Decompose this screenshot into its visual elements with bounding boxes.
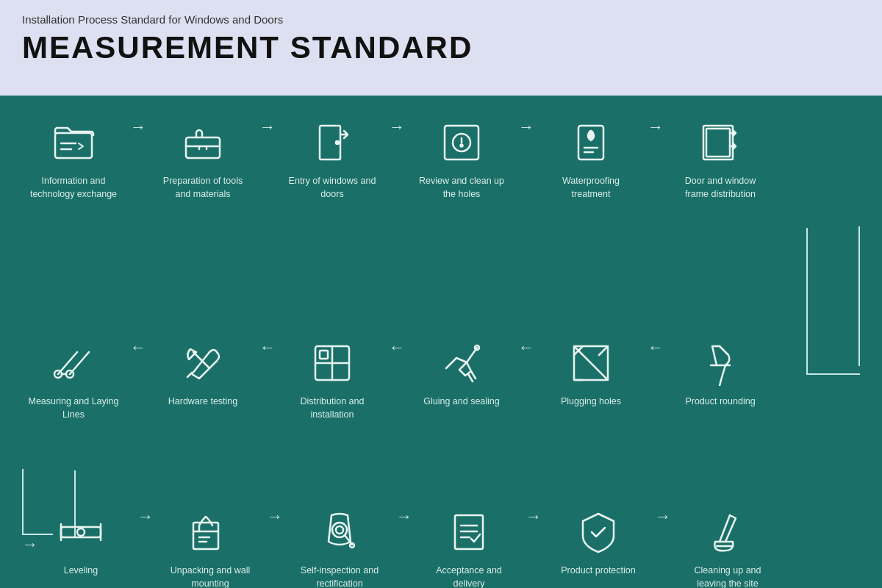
row1-to-row2-connector [858,226,860,366]
step-label-rounding: Product rounding [685,395,755,409]
step-label-unpacking: Unpacking and wall mounting [162,564,258,588]
step-prep-tools: Preparation of tools and materials [151,118,254,201]
step-label-self-inspect: Self-inspection and rectification [292,564,387,588]
step-label-review-holes: Review and clean up the holes [414,175,509,201]
header: Installation Process Standard for Window… [0,0,882,96]
step-unpacking: Unpacking and wall mounting [159,507,262,588]
header-title: MEASUREMENT STANDARD [22,30,860,65]
step-cleanup: Cleaning up and leaving the site [676,507,779,588]
step-waterproofing: Waterproofing treatment [539,118,642,201]
glue-gun-icon [437,338,487,388]
main-content: Information and technology exchange → Pr… [0,96,882,588]
svg-rect-10 [706,129,730,157]
svg-rect-1 [186,137,220,158]
shield-check-icon [573,507,623,557]
step-label-acceptance: Acceptance and delivery [421,564,517,588]
broom-cleanup-icon [703,507,753,557]
step-label-leveling: Leveling [64,564,98,578]
thumbtack-icon [695,338,745,388]
unpack-mount-icon [185,507,235,557]
wrench-screwdriver-icon [178,338,228,388]
row3: Leveling → Unpacking and wall mounting → [22,507,860,588]
header-subtitle: Installation Process Standard for Window… [22,13,860,26]
step-distribution: Distribution and installation [281,338,384,421]
step-frame-dist: Door and window frame distribution [669,118,772,201]
step-review-holes: Review and clean up the holes [410,118,513,201]
step-label-gluing: Gluing and sealing [423,395,500,409]
step-acceptance: Acceptance and delivery [417,507,520,588]
svg-rect-34 [193,523,218,549]
svg-line-24 [468,374,473,381]
step-gluing: Gluing and sealing [410,338,513,409]
folder-icon [49,118,98,168]
step-measuring: Measuring and Laying Lines [22,338,125,421]
row1: Information and technology exchange → Pr… [22,118,860,201]
arrow-r5: ← [642,338,669,357]
step-label-entry-windows: Entry of windows and doors [284,175,380,201]
svg-point-31 [77,528,85,536]
svg-line-45 [720,515,730,542]
arrow-3-5: → [650,507,676,526]
svg-line-23 [471,371,476,379]
arrow-3-3: → [391,507,417,526]
svg-point-3 [336,141,339,144]
step-label-protection: Product protection [561,564,635,578]
step-label-hardware: Hardware testing [168,395,238,409]
arrow-3-2: → [262,507,288,526]
step-entry-windows: Entry of windows and doors [281,118,384,201]
svg-line-16 [187,373,192,377]
step-info-tech: Information and technology exchange [22,118,125,201]
step-self-inspect: Self-inspection and rectification [288,507,391,588]
level-icon [56,507,106,557]
waterproof-icon [566,118,616,168]
arrow-4: → [513,118,539,137]
svg-rect-21 [320,351,328,359]
door-entry-icon [307,118,357,168]
step-protection: Product protection [547,507,650,578]
grid-install-icon [307,338,357,388]
svg-point-38 [336,526,343,534]
plug-holes-icon [566,338,616,388]
step-label-info-tech: Information and technology exchange [26,175,121,201]
svg-line-29 [720,380,721,386]
arrow-3-4: → [520,507,547,526]
step-rounding: Product rounding [669,338,772,409]
step-label-distribution: Distribution and installation [284,395,380,421]
arrow-3-1: → [132,507,159,526]
arrow-r1: ← [125,338,151,357]
arrow-1: → [125,118,151,137]
step-label-cleanup: Cleaning up and leaving the site [680,564,775,588]
toolbox-icon [178,118,228,168]
step-plugging: Plugging holes [539,338,642,409]
step-label-waterproofing: Waterproofing treatment [543,175,639,201]
step-label-frame-dist: Door and window frame distribution [673,175,768,201]
arrow-3: → [384,118,410,137]
arrow-r4: ← [513,338,539,357]
row2-to-row3-top [22,469,24,535]
step-label-prep-tools: Preparation of tools and materials [155,175,251,201]
step-label-measuring: Measuring and Laying Lines [26,395,121,421]
step-hardware: Hardware testing [151,338,254,409]
arrow-2: → [254,118,281,137]
self-inspect-icon [315,507,365,557]
svg-point-7 [461,145,463,147]
search-inspect-icon [437,118,487,168]
svg-rect-9 [703,126,733,159]
svg-rect-0 [55,133,92,158]
arrow-5: → [642,118,669,137]
arrow-r3: ← [384,338,410,357]
row2-to-row3-horiz [22,534,53,535]
frame-export-icon [695,118,745,168]
accept-deliver-icon [444,507,494,557]
step-leveling: Leveling [29,507,132,578]
step-label-plugging: Plugging holes [561,395,621,409]
row2: Measuring and Laying Lines ← Hardware te… [22,338,860,421]
measure-scissors-icon [49,338,98,388]
arrow-r2: ← [254,338,281,357]
